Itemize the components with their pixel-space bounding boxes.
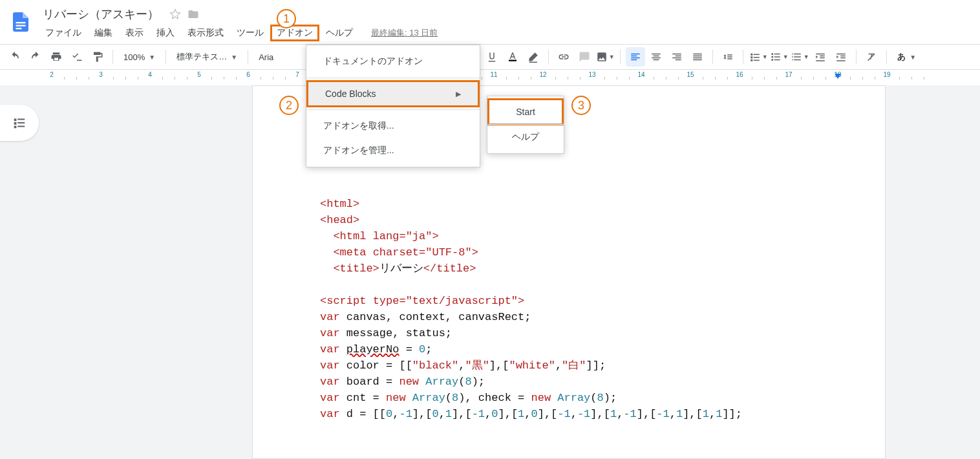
addons-dropdown: ドキュメントのアドオン Code Blocks ▶ アドオンを取得... アドオ… [306, 45, 480, 167]
svg-point-6 [771, 59, 773, 61]
menu-file[interactable]: ファイル [39, 25, 88, 41]
align-center-icon[interactable] [646, 47, 666, 67]
clear-format-icon[interactable] [862, 47, 881, 67]
svg-rect-0 [16, 22, 26, 23]
docs-logo[interactable] [8, 5, 34, 39]
codeblocks-submenu: Start ヘルプ [487, 96, 564, 154]
line-spacing-icon[interactable] [718, 47, 738, 67]
callout-1: 1 [277, 9, 296, 28]
number-list-icon[interactable]: ▼ [790, 47, 809, 67]
zoom-select[interactable]: 100%▼ [118, 48, 160, 66]
paint-format-icon[interactable] [88, 47, 107, 67]
comment-icon[interactable] [575, 47, 594, 67]
bullet-list-icon[interactable]: ▼ [769, 47, 789, 67]
addon-get[interactable]: アドオンを取得... [306, 114, 480, 138]
svg-point-4 [771, 53, 773, 55]
menu-view[interactable]: 表示 [119, 25, 150, 41]
menu-insert[interactable]: 挿入 [150, 25, 181, 41]
image-icon[interactable]: ▼ [595, 47, 615, 67]
addon-manage[interactable]: アドオンを管理... [306, 138, 480, 163]
link-icon[interactable] [554, 47, 573, 67]
menu-addons[interactable]: アドオン [270, 25, 319, 41]
menu-tools[interactable]: ツール [230, 25, 270, 41]
indent-increase-icon[interactable] [831, 47, 851, 67]
highlight-icon[interactable] [524, 47, 543, 67]
toolbar: 100%▼ 標準テキス…▼ Aria ▼ ▼ ▼ ▼ あ▼ [0, 44, 980, 70]
callout-2: 2 [279, 96, 299, 115]
svg-rect-1 [16, 25, 26, 27]
align-left-icon[interactable] [626, 47, 645, 67]
underline-icon[interactable] [482, 47, 502, 67]
submenu-start[interactable]: Start [487, 98, 564, 125]
align-justify-icon[interactable] [688, 47, 707, 67]
spellcheck-icon[interactable] [67, 47, 87, 67]
indent-decrease-icon[interactable] [811, 47, 830, 67]
svg-point-5 [771, 56, 773, 58]
redo-icon[interactable] [26, 47, 45, 67]
doc-title[interactable]: リバーシ（アスキー） [39, 5, 163, 23]
outline-toggle-icon[interactable] [0, 105, 39, 141]
ruler: 2345678910111213141516171819 [52, 70, 980, 83]
text-color-icon[interactable] [503, 47, 522, 67]
align-right-icon[interactable] [667, 47, 687, 67]
addon-code-blocks[interactable]: Code Blocks ▶ [306, 80, 480, 107]
menu-help[interactable]: ヘルプ [319, 25, 359, 41]
submenu-help[interactable]: ヘルプ [487, 125, 564, 149]
menu-format[interactable]: 表示形式 [181, 25, 230, 41]
checklist-icon[interactable]: ▼ [749, 47, 768, 67]
addon-doc-addons[interactable]: ドキュメントのアドオン [306, 49, 480, 74]
folder-icon[interactable] [187, 8, 199, 20]
star-icon[interactable] [169, 8, 181, 20]
menu-edit[interactable]: 編集 [88, 25, 119, 41]
font-select[interactable]: Aria [253, 48, 286, 66]
last-edit-label[interactable]: 最終編集: 13 日前 [371, 25, 438, 41]
print-icon[interactable] [47, 47, 66, 67]
submenu-arrow-icon: ▶ [456, 90, 461, 98]
input-tools-icon[interactable]: あ▼ [892, 48, 921, 66]
callout-3: 3 [571, 96, 591, 115]
styles-select[interactable]: 標準テキス…▼ [171, 48, 242, 66]
svg-rect-3 [509, 60, 517, 61]
undo-icon[interactable] [5, 47, 25, 67]
svg-rect-2 [16, 28, 22, 29]
